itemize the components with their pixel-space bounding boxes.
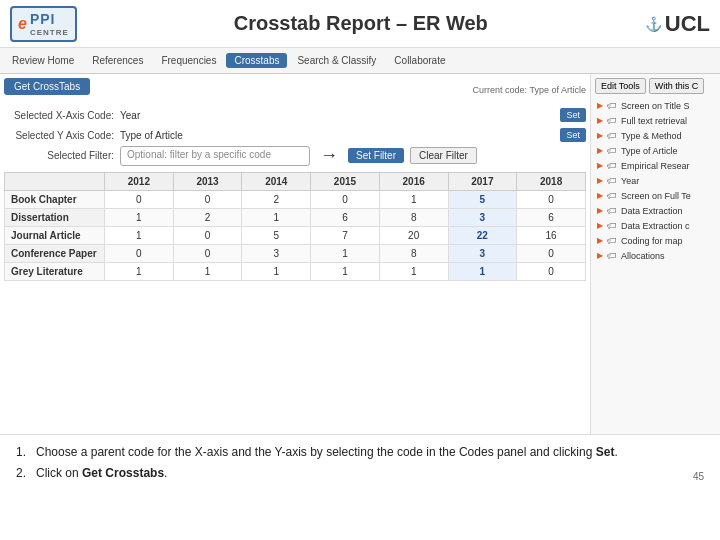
set-bold: Set: [596, 445, 615, 459]
footer: 1. Choose a parent code for the X-axis a…: [0, 434, 720, 493]
right-panel-allocations[interactable]: ▶ 🏷 Allocations: [595, 248, 716, 263]
right-panel-fulltext[interactable]: ▶ 🏷 Full text retrieval: [595, 113, 716, 128]
get-crosstabs-button[interactable]: Get CrossTabs: [4, 78, 90, 95]
right-panel-screen-title[interactable]: ▶ 🏷 Screen on Title S: [595, 98, 716, 113]
logo-centre-text: CENTRE: [30, 28, 69, 37]
nav-search-classify[interactable]: Search & Classify: [289, 53, 384, 68]
cell-diss-2018: 6: [517, 209, 586, 227]
right-panel-top-buttons: Edit Tools With this C: [595, 78, 716, 94]
table-header-2012: 2012: [105, 173, 174, 191]
triangle-icon: ▶: [597, 251, 603, 260]
cell-grey-2014: 1: [242, 263, 311, 281]
cell-conf-2017: 3: [448, 245, 517, 263]
cell-grey-2013: 1: [173, 263, 242, 281]
row-label-book-chapter: Book Chapter: [5, 191, 105, 209]
triangle-icon: ▶: [597, 101, 603, 110]
x-axis-value: Year: [120, 110, 554, 121]
item-icon: 🏷: [607, 250, 617, 261]
nav-frequencies[interactable]: Frequencies: [153, 53, 224, 68]
set-y-button[interactable]: Set: [560, 128, 586, 142]
cell-grey-2016: 1: [379, 263, 448, 281]
set-filter-button[interactable]: Set Filter: [348, 148, 404, 163]
cell-grey-2012: 1: [105, 263, 174, 281]
header: e PPI CENTRE Crosstab Report – ER Web ⚓ …: [0, 0, 720, 48]
table-header-2014: 2014: [242, 173, 311, 191]
cell-jour-2014: 5: [242, 227, 311, 245]
cell-diss-2013: 2: [173, 209, 242, 227]
logo-ppi-text: PPI: [30, 11, 56, 27]
instruction-2-end: .: [164, 466, 167, 480]
table-header-2015: 2015: [311, 173, 380, 191]
cell-jour-2013: 0: [173, 227, 242, 245]
right-panel-item-label: Data Extraction c: [621, 221, 690, 231]
right-panel-year[interactable]: ▶ 🏷 Year: [595, 173, 716, 188]
cell-diss-2016: 8: [379, 209, 448, 227]
y-axis-label: Selected Y Axis Code:: [4, 130, 114, 141]
cell-diss-2014: 1: [242, 209, 311, 227]
right-panel-coding-map[interactable]: ▶ 🏷 Coding for map: [595, 233, 716, 248]
right-panel-type-method[interactable]: ▶ 🏷 Type & Method: [595, 128, 716, 143]
cell-conf-2014: 3: [242, 245, 311, 263]
cell-jour-2018: 16: [517, 227, 586, 245]
cell-conf-2018: 0: [517, 245, 586, 263]
cell-grey-2017: 1: [448, 263, 517, 281]
item-icon: 🏷: [607, 145, 617, 156]
clear-filter-button[interactable]: Clear Filter: [410, 147, 477, 164]
row-label-dissertation: Dissertation: [5, 209, 105, 227]
page-number: 45: [693, 469, 704, 485]
left-panel: Get CrossTabs Current code: Type of Arti…: [0, 74, 590, 434]
right-panel-item-label: Screen on Full Te: [621, 191, 691, 201]
page-title: Crosstab Report – ER Web: [77, 12, 645, 35]
y-axis-row: Selected Y Axis Code: Type of Article Se…: [4, 125, 586, 145]
item-icon: 🏷: [607, 205, 617, 216]
right-panel-item-label: Data Extraction: [621, 206, 683, 216]
current-code-label: Current code: Type of Article: [473, 85, 586, 95]
cell-book-2015: 0: [311, 191, 380, 209]
right-panel-item-label: Allocations: [621, 251, 665, 261]
right-panel-type-article[interactable]: ▶ 🏷 Type of Article: [595, 143, 716, 158]
nav-review-home[interactable]: Review Home: [4, 53, 82, 68]
nav-bar: Review Home References Frequencies Cross…: [0, 48, 720, 74]
get-crosstabs-bold: Get Crosstabs: [82, 466, 164, 480]
x-axis-label: Selected X-Axis Code:: [4, 110, 114, 121]
filter-row: Selected Filter: Optional: filter by a s…: [4, 145, 586, 166]
edit-tools-button[interactable]: Edit Tools: [595, 78, 646, 94]
instruction-1: 1. Choose a parent code for the X-axis a…: [16, 443, 704, 462]
cell-jour-2012: 1: [105, 227, 174, 245]
triangle-icon: ▶: [597, 131, 603, 140]
triangle-icon: ▶: [597, 221, 603, 230]
cell-conf-2015: 1: [311, 245, 380, 263]
item-icon: 🏷: [607, 175, 617, 186]
right-panel-data-extraction[interactable]: ▶ 🏷 Data Extraction: [595, 203, 716, 218]
item-icon: 🏷: [607, 100, 617, 111]
triangle-icon: ▶: [597, 236, 603, 245]
item-icon: 🏷: [607, 220, 617, 231]
with-this-button[interactable]: With this C: [649, 78, 705, 94]
cell-jour-2016: 20: [379, 227, 448, 245]
triangle-icon: ▶: [597, 146, 603, 155]
right-panel-empirical[interactable]: ▶ 🏷 Empirical Resear: [595, 158, 716, 173]
cell-jour-2015: 7: [311, 227, 380, 245]
filter-input[interactable]: Optional: filter by a specific code: [120, 146, 310, 166]
item-icon: 🏷: [607, 160, 617, 171]
main-content: Get CrossTabs Current code: Type of Arti…: [0, 74, 720, 434]
item-icon: 🏷: [607, 190, 617, 201]
triangle-icon: ▶: [597, 206, 603, 215]
right-panel-data-extraction-c[interactable]: ▶ 🏷 Data Extraction c: [595, 218, 716, 233]
nav-collaborate[interactable]: Collaborate: [386, 53, 453, 68]
arrow-right-icon: →: [320, 145, 338, 166]
set-x-button[interactable]: Set: [560, 108, 586, 122]
logo-e-letter: e: [18, 15, 28, 33]
table-row: Dissertation 1 2 1 6 8 3 6: [5, 209, 586, 227]
table-header-2016: 2016: [379, 173, 448, 191]
right-panel-screen-fullte[interactable]: ▶ 🏷 Screen on Full Te: [595, 188, 716, 203]
ucl-text: UCL: [665, 11, 710, 37]
cell-grey-2015: 1: [311, 263, 380, 281]
item-icon: 🏷: [607, 115, 617, 126]
cell-book-2012: 0: [105, 191, 174, 209]
nav-crosstabs[interactable]: Crosstabs: [226, 53, 287, 68]
nav-references[interactable]: References: [84, 53, 151, 68]
x-axis-row: Selected X-Axis Code: Year Set: [4, 105, 586, 125]
cell-grey-2018: 0: [517, 263, 586, 281]
right-panel-item-label: Full text retrieval: [621, 116, 687, 126]
